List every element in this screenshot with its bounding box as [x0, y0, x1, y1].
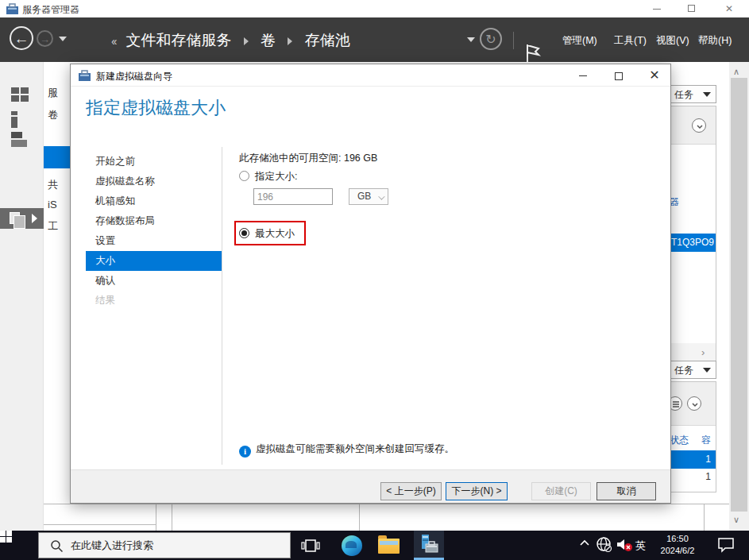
back-button[interactable]: ←: [10, 26, 33, 50]
step-disk-name[interactable]: 虚拟磁盘名称: [86, 172, 222, 191]
cancel-button[interactable]: 取消: [596, 482, 656, 500]
step-enclosure-awareness[interactable]: 机箱感知: [86, 191, 222, 211]
unit-select[interactable]: GB: [349, 188, 388, 205]
screen: 服务器管理器 ✕ ← → ‹‹ 文件和存储服务 卷 存储池 ↻ 管理(M) 工具…: [0, 0, 749, 560]
bg-panel-bottom-header: [666, 382, 716, 426]
max-size-radio-row[interactable]: 最大大小: [239, 227, 295, 241]
minimize-button[interactable]: [647, 2, 667, 15]
tray-expand-icon[interactable]: [578, 537, 591, 553]
start-button[interactable]: [0, 531, 38, 560]
breadcrumb-collapse-icon[interactable]: ‹‹: [111, 35, 115, 48]
collapse-panel-icon[interactable]: [687, 396, 701, 411]
menu-tools[interactable]: 工具(T): [614, 34, 647, 48]
refresh-button[interactable]: ↻: [480, 28, 502, 50]
menu-help[interactable]: 帮助(H): [698, 34, 732, 48]
forward-button[interactable]: →: [37, 30, 53, 47]
tray-date: 2024/6/2: [653, 545, 702, 557]
scroll-down-icon[interactable]: ∨: [733, 515, 739, 525]
network-globe-icon[interactable]: [596, 536, 612, 556]
dialog-maximize-button[interactable]: [605, 64, 632, 86]
wizard-pane-divider: [222, 147, 222, 465]
bg-nav-fragment[interactable]: iS: [48, 199, 57, 210]
size-input[interactable]: [253, 188, 333, 205]
sidebar-item-file-storage-selected[interactable]: [0, 208, 44, 229]
bg-nav-fragment[interactable]: 服: [48, 86, 58, 100]
task-view-button[interactable]: [299, 534, 322, 558]
specify-size-radio-row[interactable]: 指定大小:: [239, 170, 297, 183]
bg-panel-bottom: 状态 容 1 1: [666, 381, 716, 492]
file-storage-services-icon: [10, 212, 20, 224]
tasks-dropdown-bottom[interactable]: 任务: [666, 361, 716, 379]
scroll-up-icon[interactable]: ∧: [733, 67, 739, 77]
step-storage-layout[interactable]: 存储数据布局: [86, 211, 222, 231]
bg-selected-row[interactable]: T1Q3PO9: [666, 234, 716, 252]
edge-icon: [342, 535, 362, 556]
file-explorer-button[interactable]: [378, 534, 402, 558]
new-virtual-disk-wizard-dialog: 新建虚拟磁盘向导 ✕ 指定虚拟磁盘大小 开始之前 虚拟磁盘名称 机箱感知 存储数…: [70, 64, 671, 504]
history-dropdown-icon[interactable]: [59, 37, 67, 41]
step-confirmation[interactable]: 确认: [86, 271, 222, 291]
navigation-bar: ← → ‹‹ 文件和存储服务 卷 存储池 ↻ 管理(M) 工具(T) 视图(V)…: [0, 17, 749, 62]
search-icon: [50, 539, 64, 553]
server-manager-taskbar-button-active[interactable]: [414, 531, 444, 560]
tasks-dropdown-top[interactable]: 任务: [666, 85, 716, 103]
dialog-minimize-button[interactable]: [569, 64, 596, 86]
local-server-icon[interactable]: [11, 111, 17, 129]
tray-time: 16:50: [653, 533, 702, 545]
dialog-footer: < 上一步(P) 下一步(N) > 创建(C) 取消: [71, 469, 670, 503]
bg-column-capacity[interactable]: 容: [701, 434, 711, 447]
taskbar-search[interactable]: 在此键入进行搜索: [38, 532, 291, 558]
menu-manage[interactable]: 管理(M): [562, 34, 597, 48]
restore-button[interactable]: [681, 2, 701, 15]
bg-divider: [359, 504, 360, 531]
info-text: 虚拟磁盘可能需要额外空间来创建回写缓存。: [256, 443, 454, 454]
menu-view[interactable]: 视图(V): [656, 34, 689, 48]
edge-browser-button[interactable]: [342, 535, 365, 559]
info-row: i虚拟磁盘可能需要额外空间来创建回写缓存。: [239, 442, 454, 458]
left-sidebar: [0, 62, 44, 531]
volume-muted-icon[interactable]: [616, 537, 634, 556]
bg-selected-nav-item[interactable]: [44, 146, 71, 168]
step-before-you-begin[interactable]: 开始之前: [86, 152, 222, 172]
ime-indicator[interactable]: 英: [635, 539, 646, 553]
vertical-scrollbar[interactable]: ∧ ∨: [729, 62, 749, 531]
toolbar-divider: [513, 32, 514, 49]
specify-size-label: 指定大小:: [255, 171, 297, 182]
scrollbar-thumb[interactable]: [731, 78, 747, 512]
max-size-radio-checked[interactable]: [239, 228, 249, 238]
collapse-panel-icon[interactable]: [692, 118, 706, 133]
previous-button[interactable]: < 上一步(P): [380, 482, 442, 500]
breadcrumb-item-volumes[interactable]: 卷: [261, 32, 276, 48]
bg-divider: [156, 504, 156, 531]
step-provisioning[interactable]: 设置: [86, 231, 222, 251]
close-button[interactable]: ✕: [719, 2, 739, 15]
bg-row-selected[interactable]: 1: [666, 450, 716, 469]
breadcrumb-dropdown-icon[interactable]: [467, 37, 475, 42]
wizard-step-list: 开始之前 虚拟磁盘名称 机箱感知 存储数据布局 设置 大小 确认 结果: [86, 152, 222, 311]
bg-nav-fragment[interactable]: 共: [48, 178, 58, 192]
folder-icon: [378, 539, 400, 554]
breadcrumb: ‹‹ 文件和存储服务 卷 存储池: [111, 30, 350, 51]
bg-column-status[interactable]: 状态: [670, 434, 689, 447]
dashboard-icon[interactable]: [11, 87, 32, 105]
bg-divider: [172, 504, 172, 531]
action-center-icon[interactable]: [717, 537, 735, 556]
bg-nav-fragment[interactable]: 卷: [48, 108, 58, 122]
breadcrumb-separator-icon: [288, 37, 292, 45]
breadcrumb-separator-icon: [244, 37, 249, 45]
step-size-selected[interactable]: 大小: [86, 251, 222, 271]
breadcrumb-item-file-storage[interactable]: 文件和存储服务: [126, 32, 232, 48]
specify-size-radio[interactable]: [239, 171, 249, 181]
tray-clock[interactable]: 16:50 2024/6/2: [653, 533, 702, 557]
bg-divider: [44, 524, 156, 525]
expand-arrow-icon[interactable]: [32, 214, 37, 223]
dialog-close-button[interactable]: ✕: [641, 64, 668, 86]
bg-nav-fragment[interactable]: 工: [48, 219, 58, 234]
server-manager-icon: [6, 3, 18, 14]
breadcrumb-item-storage-pools[interactable]: 存储池: [305, 32, 350, 48]
next-button[interactable]: 下一步(N) >: [446, 482, 508, 500]
all-servers-icon[interactable]: [11, 132, 32, 149]
step-results: 结果: [86, 291, 222, 311]
bg-panel-top: 器 T1Q3PO9 ›: [666, 106, 716, 364]
bg-row[interactable]: 1: [666, 471, 716, 487]
